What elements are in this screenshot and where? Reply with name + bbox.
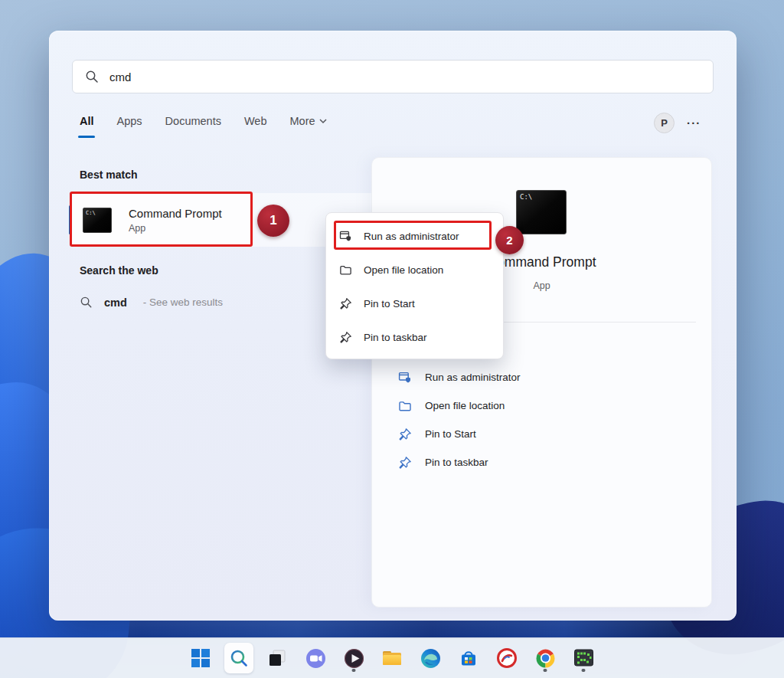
tab-apps[interactable]: Apps	[117, 115, 142, 130]
action-label: Pin to Start	[425, 428, 476, 440]
running-indicator	[544, 669, 547, 672]
run-as-admin-icon	[339, 230, 352, 243]
pin-icon	[398, 456, 412, 470]
search-icon	[85, 70, 99, 84]
profile-avatar[interactable]: P	[654, 113, 675, 133]
selection-indicator	[69, 205, 71, 234]
menu-item-label: Open file location	[364, 264, 443, 276]
menu-run-as-administrator[interactable]: Run as administrator	[326, 219, 503, 253]
tab-more[interactable]: More	[290, 115, 327, 130]
terminal-green-icon	[573, 648, 594, 668]
menu-pin-to-taskbar[interactable]: Pin to taskbar	[326, 320, 503, 354]
action-label: Pin to taskbar	[425, 457, 488, 468]
running-indicator	[352, 669, 356, 672]
edge-icon	[420, 648, 441, 669]
web-result-hint: - See web results	[143, 296, 223, 308]
result-title: Command Prompt	[129, 207, 222, 220]
web-query-text: cmd	[104, 296, 127, 309]
taskbar	[0, 637, 784, 678]
action-label: Open file location	[425, 400, 505, 411]
terminal-green-button[interactable]	[569, 643, 598, 673]
best-match-header: Best match	[80, 169, 137, 181]
context-menu: Run as administrator Open file location …	[325, 212, 504, 359]
task-view-button[interactable]	[263, 643, 292, 673]
command-prompt-icon-large: C:\	[516, 190, 567, 234]
chrome-icon	[535, 648, 556, 669]
taskbar-search-button[interactable]	[224, 643, 253, 673]
edge-button[interactable]	[416, 643, 445, 673]
pin-icon	[339, 297, 352, 310]
media-player-icon	[344, 648, 364, 669]
chrome-button[interactable]	[531, 643, 560, 673]
start-icon	[191, 648, 211, 668]
file-explorer-icon	[381, 648, 403, 668]
preview-pin-to-start[interactable]: Pin to Start	[372, 420, 711, 448]
search-input[interactable]: cmd	[72, 60, 714, 93]
folder-icon	[398, 399, 412, 413]
preview-open-file-location[interactable]: Open file location	[372, 391, 711, 420]
media-player-button[interactable]	[339, 643, 368, 673]
result-type: App	[129, 223, 222, 234]
web-result-cmd[interactable]: cmd - See web results	[80, 296, 223, 309]
preview-run-as-administrator[interactable]: Run as administrator	[372, 363, 711, 391]
pin-icon	[398, 427, 412, 441]
red-app-icon	[497, 648, 517, 668]
search-icon	[229, 648, 249, 668]
red-app-button[interactable]	[492, 643, 521, 673]
folder-icon	[339, 264, 352, 277]
annotation-step-2-badge: 2	[495, 226, 524, 254]
tab-more-label: More	[290, 115, 315, 127]
running-indicator	[582, 669, 586, 672]
menu-item-label: Run as administrator	[364, 231, 459, 242]
file-explorer-button[interactable]	[377, 643, 407, 673]
search-query-text: cmd	[109, 70, 131, 84]
menu-item-label: Pin to Start	[364, 298, 415, 310]
action-label: Run as administrator	[425, 372, 521, 383]
preview-actions: Run as administrator Open file location …	[372, 363, 711, 477]
tab-all[interactable]: All	[80, 115, 94, 130]
store-button[interactable]	[454, 643, 483, 673]
menu-item-label: Pin to taskbar	[364, 332, 427, 343]
command-prompt-icon: C:\	[83, 208, 112, 233]
preview-pin-to-taskbar[interactable]: Pin to taskbar	[372, 448, 711, 477]
run-as-admin-icon	[398, 371, 412, 385]
start-button[interactable]	[186, 643, 215, 673]
tab-documents[interactable]: Documents	[165, 115, 221, 130]
search-web-header: Search the web	[80, 264, 158, 277]
search-filter-tabs: All Apps Documents Web More	[80, 115, 327, 130]
chevron-down-icon	[319, 119, 327, 124]
menu-open-file-location[interactable]: Open file location	[326, 253, 503, 287]
desktop: cmd All Apps Documents Web More P ... Be…	[0, 0, 784, 678]
search-icon	[80, 296, 93, 309]
menu-pin-to-start[interactable]: Pin to Start	[326, 287, 503, 320]
chat-icon	[305, 648, 326, 669]
result-command-prompt[interactable]: C:\ Command Prompt App	[72, 193, 253, 247]
more-options-button[interactable]: ...	[687, 113, 701, 126]
store-icon	[459, 648, 479, 668]
pin-icon	[339, 331, 352, 344]
task-view-icon	[267, 648, 287, 668]
chat-button[interactable]	[301, 643, 330, 673]
annotation-step-1-badge: 1	[257, 205, 289, 237]
tab-web[interactable]: Web	[244, 115, 267, 130]
